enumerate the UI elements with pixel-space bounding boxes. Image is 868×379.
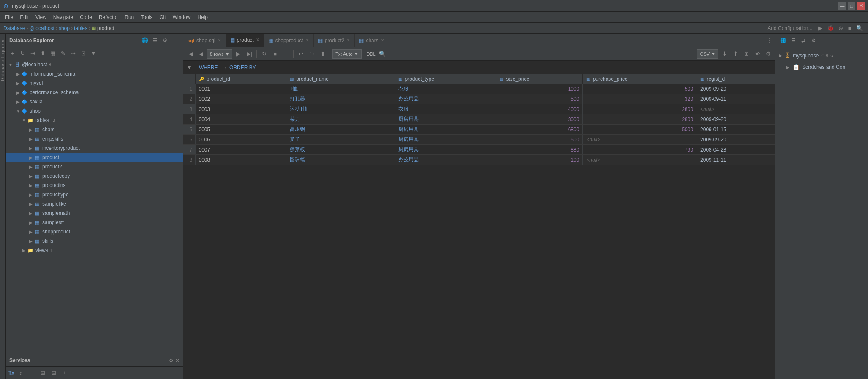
table-row[interactable]: 20002打孔器办公用品5003202009-09-11 [183,94,775,104]
sidebar-up-btn[interactable]: ⬆ [38,49,47,58]
first-row-btn[interactable]: |◀ [185,49,195,59]
services-close-icon[interactable]: ✕ [175,357,180,363]
sidebar-settings-icon[interactable]: ⚙ [161,37,169,43]
col-regist-d[interactable]: ▦ regist_d [697,74,775,84]
columns-btn[interactable]: ⊞ [741,49,751,59]
maximize-button[interactable]: □ [848,2,855,10]
stop-btn[interactable]: ■ [270,49,280,59]
sidebar-collapse-icon[interactable]: — [171,37,180,43]
sidebar-item-samplestr[interactable]: ▶ ▦ samplestr [6,218,183,227]
table-row[interactable]: 50005高压锅厨房用具680050002009-01-15 [183,125,775,135]
sidebar-item-productins[interactable]: ▶ ▦ productins [6,181,183,190]
table-row[interactable]: 60006叉子厨房用具500<null>2009-09-20 [183,135,775,145]
cell-product-id-5[interactable]: 0005 [195,125,286,135]
cell-product-id-2[interactable]: 0002 [195,94,286,104]
mysql-base-item[interactable]: ▶ 🗄 mysql-base C:\Us... [779,51,865,60]
breadcrumb-shop[interactable]: shop [59,25,70,31]
right-panel-settings-icon[interactable]: ⚙ [809,36,818,45]
table-row[interactable]: 40004菜刀厨房用具300028002009-09-20 [183,114,775,125]
upload-btn[interactable]: ⬆ [318,49,328,59]
cell-sale-price-4[interactable]: 3000 [496,114,583,125]
sidebar-item-empskills[interactable]: ▶ ▦ empskills [6,134,183,143]
cell-purchase-price-4[interactable]: 2800 [583,114,697,125]
refresh-btn[interactable]: ↻ [259,49,269,59]
cell-product-type-7[interactable]: 厨房用具 [395,145,496,155]
sidebar-item-skills[interactable]: ▶ ▦ skills [6,236,183,246]
tab-chars-close[interactable]: ✕ [381,38,384,43]
sidebar-item-productcopy[interactable]: ▶ ▦ productcopy [6,171,183,181]
sidebar-item-mysql[interactable]: ▶ 🔷 mysql [6,79,183,88]
cell-purchase-price-7[interactable]: 790 [583,145,697,155]
cell-purchase-price-3[interactable]: 2800 [583,104,697,114]
sidebar-item-shopproduct[interactable]: ▶ ▦ shopproduct [6,227,183,236]
sidebar-bottom-btn2[interactable]: ≡ [27,368,36,378]
sidebar-nav-btn[interactable]: ⇥ [28,49,37,58]
rows-dropdown[interactable]: 8 rows ▼ [207,49,232,59]
services-gear-icon[interactable]: ⚙ [169,357,174,363]
sidebar-add-btn[interactable]: + [8,49,17,58]
sidebar-filter-icon[interactable]: ☰ [151,37,159,43]
last-row-btn[interactable]: ▶| [244,49,254,59]
breadcrumb-tables[interactable]: tables [74,25,87,31]
cell-product-name-8[interactable]: 圆珠笔 [286,155,395,165]
cell-purchase-price-8[interactable]: <null> [583,155,697,165]
menu-file[interactable]: File [2,14,16,21]
search-table-btn[interactable]: 🔍 [377,49,387,59]
menu-code[interactable]: Code [76,14,95,21]
sidebar-item-information-schema[interactable]: ▶ 🔷 information_schema [6,69,183,79]
cell-sale-price-5[interactable]: 6800 [496,125,583,135]
close-button[interactable]: ✕ [857,2,865,10]
sidebar-item-samplemath[interactable]: ▶ ▦ samplemath [6,208,183,218]
cell-product-type-5[interactable]: 厨房用具 [395,125,496,135]
menu-window[interactable]: Window [169,14,194,21]
cell-sale-price-6[interactable]: 500 [496,135,583,145]
cell-purchase-price-6[interactable]: <null> [583,135,697,145]
cell-regist-d-5[interactable]: 2009-01-15 [697,125,775,135]
undo-btn[interactable]: ↩ [296,49,306,59]
cell-regist-d-2[interactable]: 2009-09-11 [697,94,775,104]
cell-product-name-6[interactable]: 叉子 [286,135,395,145]
minimize-button[interactable]: — [838,2,846,10]
menu-view[interactable]: View [32,14,50,21]
cell-product-id-3[interactable]: 0003 [195,104,286,114]
cell-purchase-price-5[interactable]: 5000 [583,125,697,135]
cell-sale-price-7[interactable]: 880 [496,145,583,155]
sidebar-item-tables[interactable]: ▼ 📁 tables 13 [6,116,183,125]
import-btn[interactable]: ⬆ [730,49,740,59]
ddl-btn[interactable]: DDL [366,49,376,59]
right-panel-globe-icon[interactable]: 🌐 [779,36,787,45]
sidebar-edit-btn[interactable]: ✎ [58,49,68,58]
menu-run[interactable]: Run [121,14,137,21]
cell-regist-d-3[interactable]: <null> [697,104,775,114]
breadcrumb-database[interactable]: Database [3,25,25,31]
sidebar-item-product2[interactable]: ▶ ▦ product2 [6,162,183,171]
tab-product2-close[interactable]: ✕ [346,38,350,43]
cell-product-name-2[interactable]: 打孔器 [286,94,395,104]
title-bar-controls[interactable]: — □ ✕ [838,2,865,10]
cell-product-id-8[interactable]: 0008 [195,155,286,165]
menu-navigate[interactable]: Navigate [50,14,76,21]
sidebar-item-product[interactable]: ▶ ▦ product [6,153,183,162]
sidebar-table-view-btn[interactable]: ▦ [48,49,57,58]
eye-btn[interactable]: 👁 [752,49,762,59]
breadcrumb-localhost[interactable]: @localhost [29,25,54,31]
export-btn[interactable]: ⬇ [719,49,729,59]
cell-regist-d-4[interactable]: 2009-09-20 [697,114,775,125]
next-row-btn[interactable]: ▶ [233,49,243,59]
tab-product2[interactable]: ▦ product2 ✕ [314,34,355,47]
stop-icon[interactable]: ■ [846,25,853,31]
table-row[interactable]: 30003运动T恤衣服40002800<null> [183,104,775,114]
sidebar-item-shop[interactable]: ▼ 🔷 shop [6,106,183,116]
cell-product-id-6[interactable]: 0006 [195,135,286,145]
sidebar-bottom-btn4[interactable]: ⊟ [49,368,58,378]
run-icon[interactable]: ▶ [816,25,824,31]
cell-product-name-3[interactable]: 运动T恤 [286,104,395,114]
tab-shopproduct-close[interactable]: ✕ [305,38,309,43]
cell-product-id-7[interactable]: 0007 [195,145,286,155]
debug-icon[interactable]: 🐞 [825,25,835,31]
sidebar-item-samplelike[interactable]: ▶ ▦ samplelike [6,199,183,208]
sidebar-sql-btn[interactable]: ⇢ [68,49,78,58]
sidebar-item-chars[interactable]: ▶ ▦ chars [6,125,183,134]
add-config-button[interactable]: Add Configuration... [765,25,815,31]
sidebar-bottom-btn1[interactable]: ↕ [16,368,25,378]
